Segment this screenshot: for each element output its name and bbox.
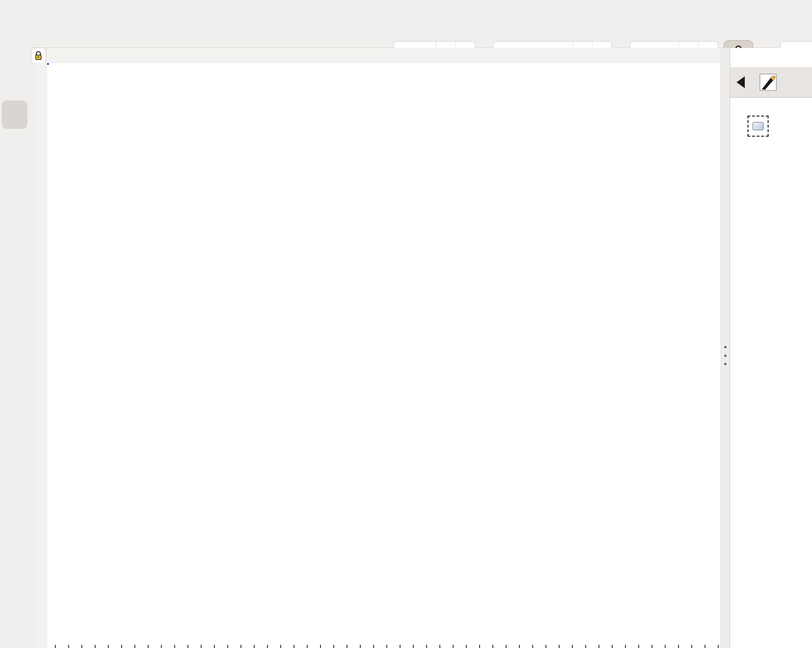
toolbox <box>0 48 29 648</box>
active-tab-indicator <box>799 95 812 98</box>
fill-stroke-tab-icon[interactable] <box>758 72 779 93</box>
panel-header <box>730 67 812 98</box>
tool-controls-bar <box>0 18 812 48</box>
dock-resize-grip[interactable] <box>723 346 727 365</box>
palette-strip <box>55 645 721 648</box>
selection-area-icon <box>753 122 764 130</box>
horizontal-ruler[interactable] <box>47 48 720 64</box>
active-tool-highlight <box>2 101 27 129</box>
canvas[interactable] <box>47 63 720 648</box>
align-relative-to-button[interactable] <box>748 116 769 137</box>
guides-lock-icon <box>31 48 46 64</box>
panel-back-button[interactable] <box>737 76 745 88</box>
command-bar <box>0 0 812 18</box>
align-distribute-panel <box>730 48 812 648</box>
vertical-ruler[interactable] <box>35 63 48 648</box>
dialog-dock <box>720 48 812 648</box>
selected-object-rect[interactable] <box>47 63 49 65</box>
guides-lock-corner[interactable] <box>30 48 47 64</box>
inkscape-window <box>0 0 812 648</box>
